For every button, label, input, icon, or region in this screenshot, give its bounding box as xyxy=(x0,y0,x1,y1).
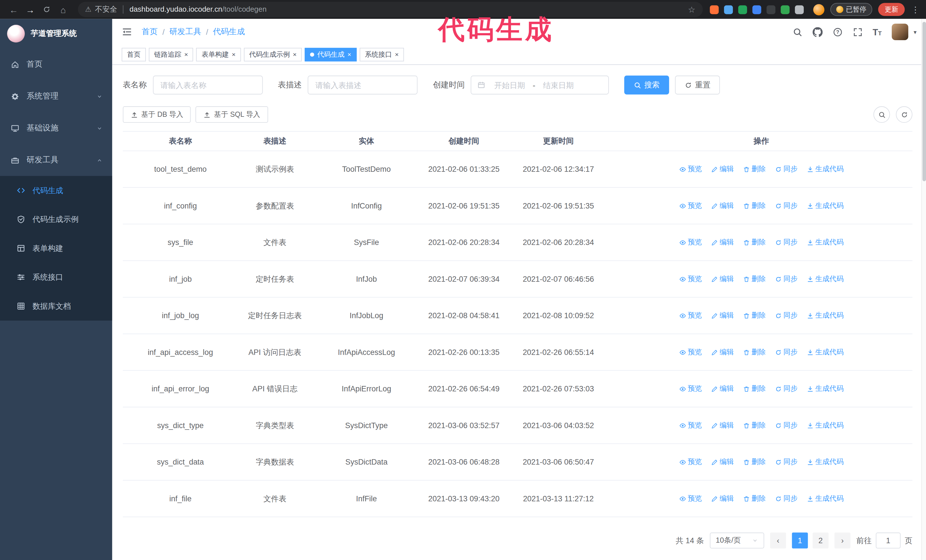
avatar-caret-icon[interactable]: ▾ xyxy=(914,29,916,35)
page-size-select[interactable]: 10条/页 xyxy=(710,533,764,549)
reset-button[interactable]: 重置 xyxy=(675,75,720,94)
tab-close-icon[interactable]: × xyxy=(185,51,188,58)
delete-link[interactable]: 删除 xyxy=(743,347,766,357)
sync-link[interactable]: 同步 xyxy=(775,201,797,211)
browser-menu-icon[interactable]: ⋮ xyxy=(911,5,920,14)
extension-icon-5[interactable] xyxy=(766,5,775,14)
generate-code-link[interactable]: 生成代码 xyxy=(806,347,844,357)
table-desc-input[interactable] xyxy=(308,75,418,94)
sidebar-item-devtools[interactable]: 研发工具 xyxy=(0,144,112,176)
address-bar[interactable]: ⚠ 不安全 dashboard.yudao.iocoder.cn/tool/co… xyxy=(78,2,703,17)
prev-page-button[interactable]: ‹ xyxy=(770,533,786,549)
search-button[interactable]: 搜索 xyxy=(624,75,669,94)
view-tab[interactable]: 首页 xyxy=(122,48,146,62)
tab-close-icon[interactable]: × xyxy=(347,51,351,58)
view-tab[interactable]: 系统接口× xyxy=(360,48,404,62)
extension-icon-1[interactable] xyxy=(710,5,718,14)
paused-badge[interactable]: 已暂停 xyxy=(830,3,872,16)
sync-link[interactable]: 同步 xyxy=(775,274,797,284)
breadcrumb-item[interactable]: 研发工具 xyxy=(169,27,201,37)
extension-icon-4[interactable] xyxy=(752,5,761,14)
help-icon[interactable] xyxy=(832,27,843,37)
edit-link[interactable]: 编辑 xyxy=(711,201,734,211)
preview-link[interactable]: 预览 xyxy=(679,237,702,247)
search-icon[interactable] xyxy=(792,27,802,37)
edit-link[interactable]: 编辑 xyxy=(711,237,734,247)
tab-close-icon[interactable]: × xyxy=(293,51,297,58)
breadcrumb-item[interactable]: 首页 xyxy=(142,27,157,37)
extension-icon-2[interactable] xyxy=(724,5,732,14)
sync-link[interactable]: 同步 xyxy=(775,311,797,320)
edit-link[interactable]: 编辑 xyxy=(711,384,734,394)
browser-profile-avatar[interactable] xyxy=(813,4,824,15)
delete-link[interactable]: 删除 xyxy=(743,201,766,211)
page-number-button[interactable]: 1 xyxy=(792,533,808,549)
delete-link[interactable]: 删除 xyxy=(743,237,766,247)
date-range-picker[interactable]: - xyxy=(471,75,609,94)
sidebar-item-db-docs[interactable]: 数据库文档 xyxy=(0,292,112,321)
tab-close-icon[interactable]: × xyxy=(232,51,235,58)
delete-link[interactable]: 删除 xyxy=(743,384,766,394)
sidebar-item-home[interactable]: 首页 xyxy=(0,48,112,80)
back-button[interactable]: ← xyxy=(6,2,21,17)
edit-link[interactable]: 编辑 xyxy=(711,457,734,467)
edit-link[interactable]: 编辑 xyxy=(711,164,734,174)
edit-link[interactable]: 编辑 xyxy=(711,311,734,320)
forward-button[interactable]: → xyxy=(23,2,38,17)
bookmark-star-icon[interactable]: ☆ xyxy=(688,5,696,14)
next-page-button[interactable]: › xyxy=(835,533,850,549)
extension-icon-7[interactable] xyxy=(794,5,803,14)
preview-link[interactable]: 预览 xyxy=(679,274,702,284)
sidebar-item-form-builder[interactable]: 表单构建 xyxy=(0,234,112,263)
goto-page-input[interactable] xyxy=(876,533,901,549)
generate-code-link[interactable]: 生成代码 xyxy=(806,237,844,247)
extension-icon-6[interactable] xyxy=(781,5,789,14)
end-date-input[interactable] xyxy=(538,81,579,89)
reload-button[interactable] xyxy=(39,2,54,17)
generate-code-link[interactable]: 生成代码 xyxy=(806,384,844,394)
sync-link[interactable]: 同步 xyxy=(775,237,797,247)
browser-home-button[interactable]: ⌂ xyxy=(56,2,71,17)
view-tab[interactable]: 链路追踪× xyxy=(149,48,193,62)
edit-link[interactable]: 编辑 xyxy=(711,274,734,284)
preview-link[interactable]: 预览 xyxy=(679,201,702,211)
sync-link[interactable]: 同步 xyxy=(775,494,797,504)
delete-link[interactable]: 删除 xyxy=(743,311,766,320)
sidebar-logo[interactable]: 芋道管理系统 xyxy=(0,19,112,48)
user-avatar[interactable] xyxy=(892,24,908,40)
delete-link[interactable]: 删除 xyxy=(743,457,766,467)
tab-close-icon[interactable]: × xyxy=(395,51,399,58)
fullscreen-icon[interactable] xyxy=(852,27,862,37)
sidebar-item-codegen-example[interactable]: 代码生成示例 xyxy=(0,205,112,234)
toggle-search-button[interactable] xyxy=(873,106,890,123)
update-button[interactable]: 更新 xyxy=(878,3,905,16)
preview-link[interactable]: 预览 xyxy=(679,164,702,174)
start-date-input[interactable] xyxy=(489,81,530,89)
extension-icon-3[interactable] xyxy=(738,5,747,14)
sync-link[interactable]: 同步 xyxy=(775,457,797,467)
breadcrumb-item[interactable]: 代码生成 xyxy=(213,27,245,37)
table-name-input[interactable] xyxy=(153,75,263,94)
sync-link[interactable]: 同步 xyxy=(775,420,797,430)
sync-link[interactable]: 同步 xyxy=(775,164,797,174)
generate-code-link[interactable]: 生成代码 xyxy=(806,311,844,320)
window-scrollbar[interactable] xyxy=(921,19,926,560)
github-icon[interactable] xyxy=(812,27,822,37)
preview-link[interactable]: 预览 xyxy=(679,494,702,504)
sidebar-item-infra[interactable]: 基础设施 xyxy=(0,112,112,144)
sync-link[interactable]: 同步 xyxy=(775,384,797,394)
view-tab[interactable]: 表单构建× xyxy=(196,48,241,62)
import-db-button[interactable]: 基于 DB 导入 xyxy=(123,106,191,123)
delete-link[interactable]: 删除 xyxy=(743,274,766,284)
sidebar-item-system-api[interactable]: 系统接口 xyxy=(0,263,112,292)
delete-link[interactable]: 删除 xyxy=(743,494,766,504)
generate-code-link[interactable]: 生成代码 xyxy=(806,420,844,430)
preview-link[interactable]: 预览 xyxy=(679,347,702,357)
edit-link[interactable]: 编辑 xyxy=(711,347,734,357)
scrollbar-thumb[interactable] xyxy=(923,22,926,181)
page-number-button[interactable]: 2 xyxy=(813,533,829,549)
preview-link[interactable]: 预览 xyxy=(679,457,702,467)
font-size-icon[interactable]: TT xyxy=(873,27,882,36)
generate-code-link[interactable]: 生成代码 xyxy=(806,457,844,467)
delete-link[interactable]: 删除 xyxy=(743,164,766,174)
